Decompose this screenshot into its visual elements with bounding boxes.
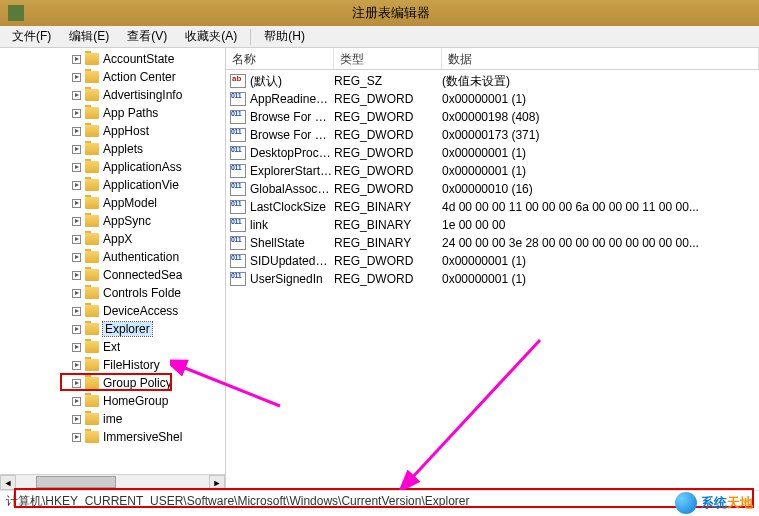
value-data: 1e 00 00 00 — [442, 218, 759, 232]
value-name: ShellState — [250, 236, 334, 250]
value-type: REG_DWORD — [334, 164, 442, 178]
expand-icon[interactable]: ▸ — [72, 73, 81, 82]
expand-icon[interactable]: ▸ — [72, 271, 81, 280]
expand-icon[interactable]: ▸ — [72, 379, 81, 388]
expand-icon[interactable]: ▸ — [72, 181, 81, 190]
expand-icon[interactable]: ▸ — [72, 127, 81, 136]
tree-item-appx[interactable]: ▸AppX — [2, 230, 225, 248]
folder-icon — [85, 197, 99, 209]
binary-value-icon — [230, 128, 246, 142]
tree-item-advertisinginfo[interactable]: ▸AdvertisingInfo — [2, 86, 225, 104]
value-data: 0x00000173 (371) — [442, 128, 759, 142]
value-name: ExplorerStartu... — [250, 164, 334, 178]
expand-icon[interactable]: ▸ — [72, 433, 81, 442]
value-type: REG_DWORD — [334, 254, 442, 268]
value-row[interactable]: Browse For Fol...REG_DWORD0x00000173 (37… — [226, 126, 759, 144]
expand-icon[interactable]: ▸ — [72, 361, 81, 370]
value-row[interactable]: ExplorerStartu...REG_DWORD0x00000001 (1) — [226, 162, 759, 180]
tree-item-appsync[interactable]: ▸AppSync — [2, 212, 225, 230]
expand-icon[interactable]: ▸ — [72, 253, 81, 262]
folder-icon — [85, 179, 99, 191]
expand-icon[interactable]: ▸ — [72, 145, 81, 154]
tree-item-appmodel[interactable]: ▸AppModel — [2, 194, 225, 212]
tree-item-explorer[interactable]: ▸Explorer — [2, 320, 225, 338]
tree-item-immersiveshel[interactable]: ▸ImmersiveShel — [2, 428, 225, 446]
value-type: REG_DWORD — [334, 92, 442, 106]
menu-edit[interactable]: 编辑(E) — [61, 26, 117, 47]
value-row[interactable]: AppReadiness...REG_DWORD0x00000001 (1) — [226, 90, 759, 108]
value-name: AppReadiness... — [250, 92, 334, 106]
folder-icon — [85, 53, 99, 65]
values-list[interactable]: (默认)REG_SZ(数值未设置)AppReadiness...REG_DWOR… — [226, 70, 759, 290]
expand-icon[interactable]: ▸ — [72, 343, 81, 352]
tree-item-applicationvie[interactable]: ▸ApplicationVie — [2, 176, 225, 194]
value-row[interactable]: linkREG_BINARY1e 00 00 00 — [226, 216, 759, 234]
tree-item-homegroup[interactable]: ▸HomeGroup — [2, 392, 225, 410]
tree-item-apphost[interactable]: ▸AppHost — [2, 122, 225, 140]
expand-icon[interactable]: ▸ — [72, 235, 81, 244]
tree-item-controls-folde[interactable]: ▸Controls Folde — [2, 284, 225, 302]
folder-icon — [85, 377, 99, 389]
tree-item-label: Action Center — [103, 70, 176, 84]
expand-icon[interactable]: ▸ — [72, 289, 81, 298]
binary-value-icon — [230, 272, 246, 286]
value-row[interactable]: SIDUpdatedO...REG_DWORD0x00000001 (1) — [226, 252, 759, 270]
value-row[interactable]: Browse For Fol...REG_DWORD0x00000198 (40… — [226, 108, 759, 126]
scroll-right-icon[interactable]: ► — [209, 475, 225, 490]
tree-item-filehistory[interactable]: ▸FileHistory — [2, 356, 225, 374]
header-type[interactable]: 类型 — [334, 48, 442, 69]
tree-item-label: FileHistory — [103, 358, 160, 372]
expand-icon[interactable]: ▸ — [72, 91, 81, 100]
value-row[interactable]: LastClockSizeREG_BINARY4d 00 00 00 11 00… — [226, 198, 759, 216]
expand-icon[interactable]: ▸ — [72, 307, 81, 316]
value-row[interactable]: DesktopProcessREG_DWORD0x00000001 (1) — [226, 144, 759, 162]
tree-item-authentication[interactable]: ▸Authentication — [2, 248, 225, 266]
scroll-track[interactable] — [16, 475, 209, 490]
value-row[interactable]: UserSignedInREG_DWORD0x00000001 (1) — [226, 270, 759, 288]
tree-item-deviceaccess[interactable]: ▸DeviceAccess — [2, 302, 225, 320]
tree-item-applicationass[interactable]: ▸ApplicationAss — [2, 158, 225, 176]
expand-icon[interactable]: ▸ — [72, 199, 81, 208]
header-data[interactable]: 数据 — [442, 48, 759, 69]
scroll-left-icon[interactable]: ◄ — [0, 475, 16, 490]
folder-icon — [85, 125, 99, 137]
tree-item-label: ime — [103, 412, 122, 426]
folder-icon — [85, 395, 99, 407]
tree-item-applets[interactable]: ▸Applets — [2, 140, 225, 158]
expand-icon[interactable]: ▸ — [72, 163, 81, 172]
value-row[interactable]: ShellStateREG_BINARY24 00 00 00 3e 28 00… — [226, 234, 759, 252]
expand-icon[interactable]: ▸ — [72, 397, 81, 406]
expand-icon[interactable]: ▸ — [72, 415, 81, 424]
tree-item-action-center[interactable]: ▸Action Center — [2, 68, 225, 86]
tree-item-accountstate[interactable]: ▸AccountState — [2, 50, 225, 68]
tree-item-group-policy[interactable]: ▸Group Policy — [2, 374, 225, 392]
watermark-text-2: 天地 — [727, 495, 753, 510]
tree-item-app-paths[interactable]: ▸App Paths — [2, 104, 225, 122]
tree-item-ext[interactable]: ▸Ext — [2, 338, 225, 356]
folder-icon — [85, 287, 99, 299]
expand-icon[interactable]: ▸ — [72, 217, 81, 226]
tree-item-label: Ext — [103, 340, 120, 354]
expand-icon[interactable]: ▸ — [72, 109, 81, 118]
status-path: 计算机\HKEY_CURRENT_USER\Software\Microsoft… — [6, 494, 469, 508]
value-row[interactable]: GlobalAssocCh...REG_DWORD0x00000010 (16) — [226, 180, 759, 198]
expand-icon[interactable]: ▸ — [72, 55, 81, 64]
scroll-thumb[interactable] — [36, 476, 116, 488]
watermark: 系统天地 — [675, 492, 753, 514]
tree-item-ime[interactable]: ▸ime — [2, 410, 225, 428]
menu-help[interactable]: 帮助(H) — [256, 26, 313, 47]
value-row[interactable]: (默认)REG_SZ(数值未设置) — [226, 72, 759, 90]
tree-scrollbar[interactable]: ◄ ► — [0, 474, 225, 490]
menu-favorites[interactable]: 收藏夹(A) — [177, 26, 245, 47]
app-icon — [8, 5, 24, 21]
binary-value-icon — [230, 146, 246, 160]
value-name: Browse For Fol... — [250, 128, 334, 142]
header-name[interactable]: 名称 — [226, 48, 334, 69]
menu-file[interactable]: 文件(F) — [4, 26, 59, 47]
value-data: 0x00000001 (1) — [442, 254, 759, 268]
window-title: 注册表编辑器 — [30, 4, 751, 22]
tree-item-connectedsea[interactable]: ▸ConnectedSea — [2, 266, 225, 284]
registry-tree[interactable]: ▸AccountState▸Action Center▸AdvertisingI… — [0, 48, 225, 448]
expand-icon[interactable]: ▸ — [72, 325, 81, 334]
menu-view[interactable]: 查看(V) — [119, 26, 175, 47]
